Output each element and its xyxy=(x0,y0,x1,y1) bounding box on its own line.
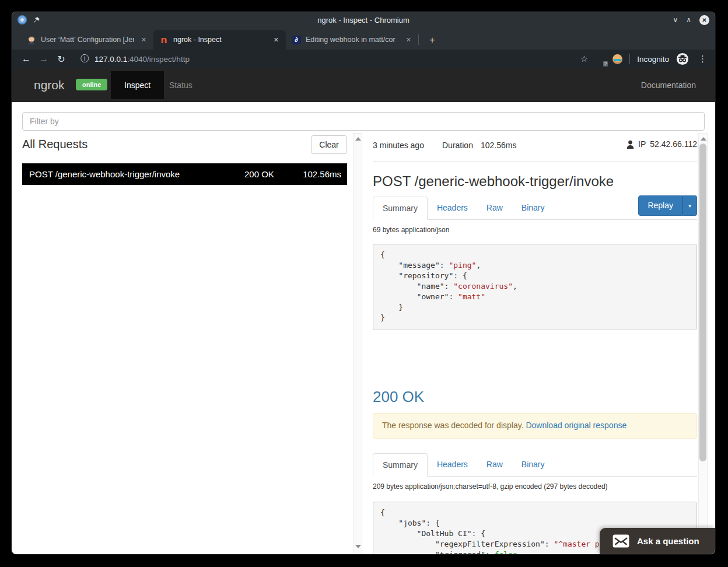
tab-close-icon[interactable]: ✕ xyxy=(271,35,281,45)
person-icon xyxy=(626,140,634,149)
request-size-meta: 69 bytes application/json xyxy=(373,226,449,234)
browser-tab-dolthub[interactable]: ∂ Editing webhook in matt/cor ✕ xyxy=(286,30,418,50)
response-size-meta: 209 bytes application/json;charset=utf-8… xyxy=(373,482,608,491)
extension-icon[interactable] xyxy=(612,54,622,64)
inspect-content: All Requests Clear POST /generic-webhook… xyxy=(12,102,715,554)
ip-label: IP xyxy=(638,139,646,149)
ask-a-question-button[interactable]: Ask a question xyxy=(600,528,715,554)
browser-tab-label: User ‘Matt’ Configuration [Jen xyxy=(41,36,134,44)
site-info-icon[interactable]: ⓘ xyxy=(80,54,89,64)
response-tabs: Summary Headers Raw Binary xyxy=(373,453,697,477)
online-status-badge: online xyxy=(76,79,107,90)
address-bar[interactable]: ⓘ 127.0.0.1:4040/inspect/http xyxy=(75,51,580,66)
request-body-code: { "message": "ping", "repository": { "na… xyxy=(373,244,697,330)
duration-value: 102.56ms xyxy=(481,141,516,150)
bookmark-star-icon[interactable]: ☆ xyxy=(580,54,588,64)
scroll-down-arrow-icon[interactable] xyxy=(355,545,361,548)
response-tab-binary[interactable]: Binary xyxy=(512,453,554,477)
browser-tab-ngrok-active[interactable]: n ngrok - Inspect ✕ xyxy=(153,30,286,50)
replay-dropdown-caret[interactable]: ▾ xyxy=(682,195,697,216)
replay-split-button: Replay ▾ xyxy=(638,195,697,216)
scroll-up-arrow-icon[interactable] xyxy=(355,137,361,141)
ublock-extension-icon[interactable]: 2 xyxy=(595,54,606,64)
ip-value: 52.42.66.112 xyxy=(650,139,697,149)
scrollbar-thumb[interactable] xyxy=(699,144,706,461)
notice-text: The response was decoded for display. xyxy=(382,421,526,430)
url-host: 127.0.0.1 xyxy=(94,55,127,64)
envelope-icon xyxy=(612,534,629,548)
response-tab-raw[interactable]: Raw xyxy=(477,453,512,477)
window-close-button[interactable]: ✕ xyxy=(699,15,709,25)
tab-strip: User ‘Matt’ Configuration [Jen ✕ n ngrok… xyxy=(12,28,715,50)
ngrok-favicon-icon: n xyxy=(159,35,169,44)
clear-button[interactable]: Clear xyxy=(311,135,347,154)
response-tab-summary[interactable]: Summary xyxy=(373,453,428,477)
ngrok-navbar: ngrok online Inspect Status Documentatio… xyxy=(12,68,715,102)
browser-tab-jenkins[interactable]: User ‘Matt’ Configuration [Jen ✕ xyxy=(21,30,153,50)
nav-item-inspect[interactable]: Inspect xyxy=(111,71,164,99)
response-status-heading: 200 OK xyxy=(373,388,424,406)
back-button[interactable]: ← xyxy=(18,54,35,64)
request-status: 200 OK xyxy=(244,163,274,185)
browser-tab-label: ngrok - Inspect xyxy=(173,36,267,44)
chromium-logo-icon xyxy=(18,15,27,24)
divider xyxy=(373,161,697,162)
window-title: ngrok - Inspect - Chromium xyxy=(12,16,715,24)
download-original-response-link[interactable]: Download original response xyxy=(526,421,626,430)
ngrok-brand: ngrok xyxy=(34,68,65,102)
reload-button[interactable]: ↻ xyxy=(52,54,70,65)
detail-panel-scrollbar[interactable] xyxy=(698,133,708,552)
all-requests-title: All Requests xyxy=(22,138,88,151)
decoded-response-notice: The response was decoded for display. Do… xyxy=(373,413,697,439)
nav-item-status[interactable]: Status xyxy=(159,68,203,102)
dolthub-favicon-icon: ∂ xyxy=(292,35,301,44)
jenkins-favicon-icon xyxy=(27,35,36,44)
webpage: ngrok online Inspect Status Documentatio… xyxy=(12,68,715,554)
nav-item-documentation[interactable]: Documentation xyxy=(641,68,696,102)
request-list-scrollbar[interactable] xyxy=(353,133,362,552)
request-tab-binary[interactable]: Binary xyxy=(512,197,554,220)
request-tab-headers[interactable]: Headers xyxy=(428,197,477,220)
request-detail-panel: 3 minutes ago Duration 102.56ms IP 52.42… xyxy=(373,102,697,554)
time-ago: 3 minutes ago xyxy=(373,141,424,150)
request-title: POST /generic-webhook-trigger/invoke xyxy=(373,173,614,190)
browser-window: ngrok - Inspect - Chromium ∨ ∧ ✕ User ‘M… xyxy=(12,12,715,554)
request-list-row-selected[interactable]: POST /generic-webhook-trigger/invoke 200… xyxy=(22,163,347,185)
toolbar-separator xyxy=(629,54,630,64)
request-duration: 102.56ms xyxy=(303,163,341,185)
browser-tab-label: Editing webhook in matt/cor xyxy=(306,36,399,44)
scroll-up-arrow-icon[interactable] xyxy=(701,137,706,141)
replay-button[interactable]: Replay xyxy=(638,195,682,216)
duration-label: Duration xyxy=(442,141,473,150)
window-minimize-button[interactable]: ∨ xyxy=(673,16,678,23)
incognito-icon xyxy=(676,52,689,65)
window-titlebar: ngrok - Inspect - Chromium ∨ ∧ ✕ xyxy=(12,12,715,28)
url-path: :4040/inspect/http xyxy=(127,55,190,64)
new-tab-button[interactable]: + xyxy=(426,34,439,46)
response-tab-headers[interactable]: Headers xyxy=(428,453,477,477)
incognito-label: Incognito xyxy=(637,55,669,64)
request-tab-raw[interactable]: Raw xyxy=(477,197,512,220)
tab-close-icon[interactable]: ✕ xyxy=(139,35,149,45)
ublock-badge: 2 xyxy=(603,61,608,66)
forward-button[interactable]: → xyxy=(35,54,52,64)
request-method-path: POST /generic-webhook-trigger/invoke xyxy=(29,163,180,185)
window-maximize-button[interactable]: ∧ xyxy=(686,16,691,23)
browser-menu-icon[interactable]: ⋮ xyxy=(696,54,709,64)
tab-separator xyxy=(418,34,419,45)
tab-close-icon[interactable]: ✕ xyxy=(404,35,414,45)
ask-a-question-label: Ask a question xyxy=(637,536,699,546)
request-tab-summary[interactable]: Summary xyxy=(373,197,428,220)
browser-toolbar: ← → ↻ ⓘ 127.0.0.1:4040/inspect/http ☆ 2 … xyxy=(12,50,715,68)
pin-icon xyxy=(33,16,40,24)
